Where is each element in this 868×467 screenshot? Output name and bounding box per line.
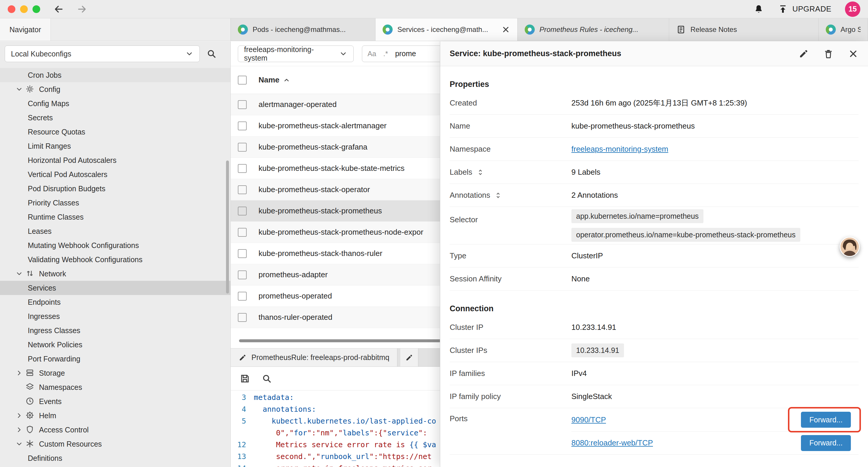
close-window-button[interactable]: [8, 5, 16, 13]
service-name: alertmanager-operated: [258, 100, 337, 109]
save-icon[interactable]: [240, 373, 250, 384]
row-checkbox[interactable]: [238, 164, 247, 173]
property-row-created: Created253d 16h 6m ago (2025年1月13日 GMT+8…: [450, 92, 859, 115]
row-checkbox[interactable]: [238, 207, 247, 215]
sidebar-item-label: Events: [39, 397, 61, 406]
minimize-window-button[interactable]: [20, 5, 28, 13]
upgrade-button[interactable]: UPGRADE: [778, 4, 831, 14]
property-row-selector: Selectorapp.kubernetes.io/name=prometheu…: [450, 207, 859, 244]
chevron-right-icon[interactable]: [13, 411, 25, 420]
dock-tab-prometheusrule[interactable]: PrometheusRule: freeleaps-prod-rabbitmq: [231, 348, 397, 367]
close-drawer-icon[interactable]: [848, 49, 859, 59]
namespace-filter[interactable]: freeleaps-monitoring-system: [238, 46, 354, 62]
row-checkbox[interactable]: [238, 143, 247, 152]
dock-tab-secondary[interactable]: [400, 348, 418, 367]
sidebar-item-resource-quotas[interactable]: Resource Quotas: [0, 125, 230, 139]
chevron-down-icon[interactable]: [13, 269, 25, 278]
delete-resource-icon[interactable]: [823, 49, 834, 59]
tab-argo-se[interactable]: Argo Se...: [819, 18, 868, 41]
tab-release-notes[interactable]: Release Notes: [669, 18, 819, 41]
sidebar-item-mutating-webhook-configurations[interactable]: Mutating Webhook Configurations: [0, 238, 230, 253]
horizontal-scrollbar[interactable]: [239, 339, 441, 342]
name-column-header[interactable]: Name: [258, 76, 279, 85]
zoom-window-button[interactable]: [32, 5, 40, 13]
labels-value: 9 Labels: [571, 168, 859, 177]
row-checkbox[interactable]: [238, 121, 247, 130]
sidebar-item-leases[interactable]: Leases: [0, 224, 230, 238]
tab-pods-icecheng-mathmas[interactable]: Pods - icecheng@mathmas...: [231, 18, 375, 41]
property-label: Name: [450, 121, 571, 130]
forward-icon[interactable]: [77, 4, 88, 14]
sidebar-item-access-control[interactable]: Access Control: [0, 423, 230, 437]
match-case-toggle[interactable]: Aa: [368, 50, 376, 58]
sidebar-item-config-maps[interactable]: Config Maps: [0, 96, 230, 111]
sidebar-item-helm[interactable]: Helm: [0, 408, 230, 423]
sidebar-item-ingresses[interactable]: Ingresses: [0, 309, 230, 323]
kubeconfig-selector[interactable]: Local Kubeconfigs: [5, 46, 200, 62]
regex-toggle[interactable]: .*: [383, 50, 388, 58]
sidebar-item-definitions[interactable]: Definitions: [0, 451, 230, 465]
sidebar-item-port-forwarding[interactable]: Port Forwarding: [0, 352, 230, 366]
select-all-checkbox[interactable]: [238, 76, 247, 85]
sidebar-item-priority-classes[interactable]: Priority Classes: [0, 196, 230, 210]
sidebar-item-custom-resources[interactable]: Custom Resources: [0, 437, 230, 451]
notification-count-badge[interactable]: 15: [845, 1, 860, 17]
property-value-text: IPv4: [571, 369, 587, 378]
sidebar-item-endpoints[interactable]: Endpoints: [0, 295, 230, 309]
row-checkbox[interactable]: [238, 228, 247, 237]
unfold-icon[interactable]: [476, 168, 485, 177]
forward-button[interactable]: Forward...: [801, 412, 851, 428]
edit-icon: [239, 353, 247, 362]
sidebar-item-runtime-classes[interactable]: Runtime Classes: [0, 210, 230, 224]
chevron-down-icon[interactable]: [13, 85, 25, 94]
sidebar-toolbar: Local Kubeconfigs: [0, 41, 230, 66]
config-icon: [25, 85, 39, 94]
sidebar-item-network[interactable]: Network: [0, 267, 230, 281]
chevron-right-icon[interactable]: [13, 425, 25, 434]
edit-resource-icon[interactable]: [798, 49, 809, 59]
back-icon[interactable]: [53, 4, 64, 14]
row-checkbox[interactable]: [238, 100, 247, 109]
port-link[interactable]: 9090/TCP: [571, 415, 606, 425]
ports-value: 9090/TCPForward...8080:reloader-web/TCPF…: [571, 408, 859, 454]
port-link[interactable]: 8080:reloader-web/TCP: [571, 438, 653, 447]
row-checkbox[interactable]: [238, 292, 247, 300]
sidebar-item-services[interactable]: Services: [0, 281, 230, 295]
forward-button[interactable]: Forward...: [801, 435, 851, 451]
sidebar-item-limit-ranges[interactable]: Limit Ranges: [0, 139, 230, 153]
sidebar-item-ingress-classes[interactable]: Ingress Classes: [0, 323, 230, 338]
row-checkbox[interactable]: [238, 270, 247, 279]
tab-prometheus-rules-icecheng[interactable]: Prometheus Rules - icecheng...: [518, 18, 669, 41]
chevron-right-icon[interactable]: [13, 369, 25, 377]
sidebar-item-vertical-pod-autoscalers[interactable]: Vertical Pod Autoscalers: [0, 167, 230, 181]
sidebar-item-cron-jobs[interactable]: Cron Jobs: [0, 68, 230, 82]
sidebar-search-icon[interactable]: [206, 49, 217, 59]
user-avatar[interactable]: [840, 237, 860, 257]
line-number: 5: [231, 415, 254, 427]
row-checkbox[interactable]: [238, 249, 247, 258]
sidebar-item-namespaces[interactable]: Namespaces: [0, 380, 230, 394]
notifications-bell-icon[interactable]: [753, 4, 764, 14]
namespace-link[interactable]: freeleaps-monitoring-system: [571, 145, 668, 154]
row-checkbox[interactable]: [238, 185, 247, 194]
sidebar-item-events[interactable]: Events: [0, 394, 230, 408]
row-checkbox[interactable]: [238, 313, 247, 322]
sidebar-item-network-policies[interactable]: Network Policies: [0, 338, 230, 352]
sidebar-item-secrets[interactable]: Secrets: [0, 111, 230, 125]
sidebar-item-config[interactable]: Config: [0, 82, 230, 96]
sidebar-item-storage[interactable]: Storage: [0, 366, 230, 380]
tab-services-icecheng-math[interactable]: Services - icecheng@math...: [375, 18, 518, 41]
tab-close-icon[interactable]: [501, 25, 510, 34]
property-label-text: IP families: [450, 369, 485, 378]
chevron-spacer: [13, 184, 28, 193]
kubernetes-icon: [238, 25, 248, 35]
sidebar-item-validating-webhook-configurations[interactable]: Validating Webhook Configurations: [0, 253, 230, 267]
sidebar-scrollbar[interactable]: [226, 160, 229, 293]
sidebar-item-pod-disruption-budgets[interactable]: Pod Disruption Budgets: [0, 181, 230, 196]
editor-search-icon[interactable]: [261, 373, 272, 384]
chevron-spacer: [13, 340, 28, 349]
sidebar-item-horizontal-pod-autoscalers[interactable]: Horizontal Pod Autoscalers: [0, 153, 230, 167]
unfold-icon[interactable]: [494, 191, 502, 200]
sort-ascending-icon[interactable]: [282, 76, 291, 84]
chevron-down-icon[interactable]: [13, 439, 25, 448]
